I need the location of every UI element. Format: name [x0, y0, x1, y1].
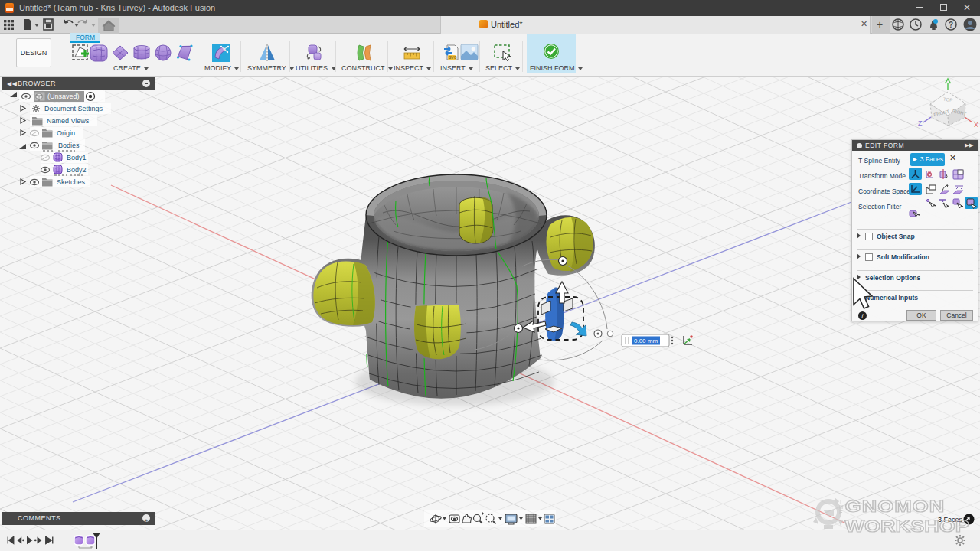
- svg-text:Body1: Body1: [67, 154, 87, 161]
- svg-text:Named Views: Named Views: [47, 117, 90, 125]
- svg-text:Bodies: Bodies: [58, 142, 80, 149]
- svg-text:Z: Z: [918, 119, 923, 127]
- svg-text:Origin: Origin: [57, 129, 75, 137]
- svg-text:0.00 mm: 0.00 mm: [634, 337, 658, 344]
- svg-text:?: ?: [949, 21, 953, 29]
- svg-text:SVG: SVG: [449, 55, 457, 60]
- svg-text:(Unsaved): (Unsaved): [47, 93, 80, 100]
- svg-text:X: X: [974, 121, 978, 129]
- svg-text:Sketches: Sketches: [57, 178, 86, 186]
- svg-text:Body2: Body2: [67, 166, 87, 174]
- svg-text:Document Settings: Document Settings: [44, 105, 103, 112]
